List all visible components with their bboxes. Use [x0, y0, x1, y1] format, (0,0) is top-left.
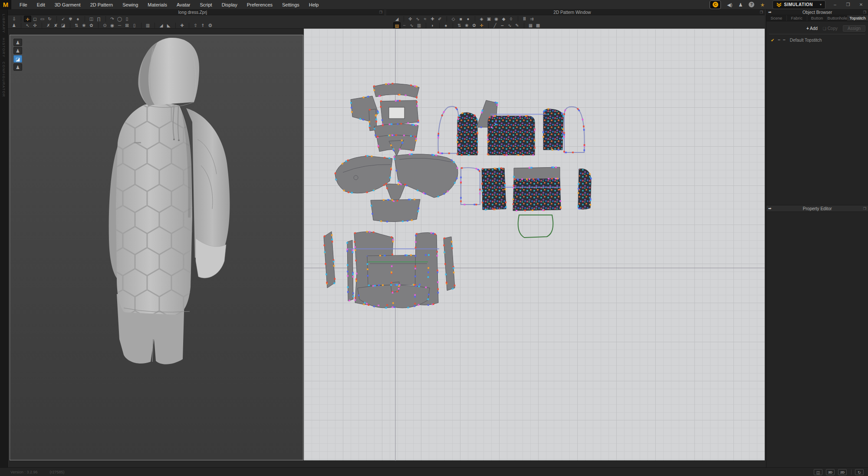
dock-tab[interactable]: HISTORY [2, 38, 6, 58]
edit-curve-point-icon[interactable]: ≈ [421, 16, 429, 22]
pattern-piece-p12[interactable] [543, 109, 563, 150]
add-point-icon[interactable]: ✚ [429, 16, 436, 22]
attach-to-garment-icon[interactable]: ♠ [442, 22, 450, 29]
collapse-arrow-icon[interactable]: ➡ [766, 206, 773, 212]
arrange-clothes-icon[interactable]: ◫ [88, 16, 95, 22]
segment-sewing-icon[interactable]: ▤ [393, 22, 401, 29]
account-icon[interactable]: ♟ [738, 0, 743, 10]
rotate-view-icon[interactable]: ↻ [46, 16, 53, 22]
measure-ruler-icon[interactable]: ▯ [123, 16, 131, 22]
menu-item[interactable]: Script [195, 0, 217, 10]
pattern-piece-p23[interactable] [518, 215, 553, 238]
pattern-piece-p18[interactable] [461, 168, 480, 205]
topstitch-list-item[interactable]: ✔ ╍ ╍ Default Topstitch [771, 36, 822, 43]
circle-icon[interactable]: ● [464, 16, 472, 22]
measure-tape-icon[interactable]: ✚ [178, 22, 186, 29]
mn-sewing-icon[interactable]: ∿ [408, 22, 415, 29]
view-2d-icon[interactable]: 2D [838, 469, 847, 475]
pleats-fold-icon[interactable]: ⇉ [528, 16, 536, 22]
zip-puller-icon[interactable]: ▯ [131, 22, 138, 29]
object-browser-tab[interactable]: Button [807, 15, 828, 21]
untack-icon[interactable]: ✘ [52, 22, 59, 29]
internal-circle-icon[interactable]: ◉ [493, 16, 500, 22]
pattern-label-patch[interactable] [389, 107, 404, 119]
menu-item[interactable]: Edit [32, 0, 50, 10]
close-button[interactable]: ✕ [858, 0, 865, 10]
arrange-pants-icon[interactable]: ∏ [95, 16, 102, 22]
pattern-piece-p21[interactable] [513, 178, 561, 211]
view-3d-icon[interactable]: 3D [826, 469, 835, 475]
menu-item[interactable]: Settings [277, 0, 304, 10]
show-avatar-icon[interactable]: ♟ [13, 39, 22, 46]
menu-item[interactable]: Preferences [242, 0, 277, 10]
select-box-icon[interactable]: ▭ [39, 16, 46, 22]
split-view-icon[interactable]: ◫ [814, 469, 822, 475]
pattern-piece-p11[interactable] [488, 116, 535, 155]
pattern-piece-p16[interactable] [385, 184, 405, 202]
show-garment-fit-icon[interactable]: ◪ [13, 55, 22, 63]
pattern-piece-p9[interactable] [457, 112, 477, 155]
object-browser-tab[interactable]: Scene [766, 15, 787, 21]
pleats-icon[interactable]: Ⅲ [521, 16, 528, 22]
lift-garment-cursor-icon[interactable]: ⇧ [192, 22, 199, 29]
select-rectangle-icon[interactable]: ◻ [31, 16, 39, 22]
internal-rectangle-icon[interactable]: ▣ [485, 16, 493, 22]
pattern-piece-p20[interactable] [514, 167, 560, 179]
pattern-piece-p17[interactable] [371, 199, 420, 222]
polygon-icon[interactable]: ◇ [450, 16, 457, 22]
simulation-button[interactable]: SIMULATION ▾ [773, 0, 826, 9]
base-dart-icon[interactable]: ◊ [507, 16, 515, 22]
trace-icon[interactable]: ✐ [436, 16, 444, 22]
curve-tool-icon[interactable]: ↷ [108, 16, 116, 22]
object-browser-tab[interactable]: Buttonhole [827, 15, 848, 21]
gizmo-orientation-icon[interactable]: ⇩ [10, 16, 18, 22]
pattern-piece-p13[interactable] [564, 107, 585, 152]
zipper-icon[interactable]: ⇅ [73, 22, 80, 29]
add-button[interactable]: + Add [806, 26, 818, 31]
pattern-piece-p8[interactable] [438, 106, 459, 153]
assign-button[interactable]: Assign [843, 25, 865, 32]
chevron-down-icon[interactable]: ▾ [820, 3, 822, 7]
dock-tab[interactable]: CONFIGURATOR [2, 62, 6, 97]
pattern-piece-p14[interactable] [335, 156, 392, 193]
edit-curvature-icon[interactable]: ∿ [414, 16, 421, 22]
steam-iron-icon[interactable]: ◗ [429, 22, 436, 29]
object-browser-titlebar[interactable]: ➡ Object Browser ❐ [766, 10, 868, 15]
pin-tack-icon[interactable]: ✣ [31, 22, 39, 29]
texture-transform-icon[interactable]: ▩ [534, 22, 542, 29]
buttoned-panel-icon[interactable]: ▥ [144, 22, 151, 29]
object-browser-tab[interactable]: Fabric [787, 15, 807, 21]
texture-edit-icon[interactable]: ▦ [527, 22, 534, 29]
sew-pin-icon[interactable]: ➴ [24, 22, 31, 29]
transform-pattern-icon[interactable]: ◢ [393, 16, 401, 22]
internal-polygon-icon[interactable]: ◈ [478, 16, 485, 22]
menu-item[interactable]: Display [217, 0, 242, 10]
edit-pattern-icon[interactable]: ✜ [407, 16, 414, 22]
collapse-arrow-icon[interactable]: ➡ [766, 10, 773, 15]
pattern-piece-p31[interactable] [391, 282, 399, 292]
show-sewing-icon[interactable]: ✛ [478, 22, 485, 29]
popout-icon[interactable]: ❐ [758, 10, 765, 15]
show-avatar-solid-icon[interactable]: ♟ [13, 63, 22, 71]
viewport-3d[interactable]: ♟♟◪♟ [10, 35, 303, 460]
pattern-piece-p22[interactable] [578, 169, 591, 209]
gather-cursor-icon[interactable]: ❀ [80, 22, 88, 29]
topstitch-angle-icon[interactable]: ✎ [513, 22, 521, 29]
speaker-icon[interactable]: ◀) [727, 0, 732, 10]
app-logo[interactable]: M [0, 0, 11, 10]
menu-item[interactable]: File [15, 0, 32, 10]
brush-select-icon[interactable]: ✾ [67, 16, 74, 22]
titlebar-2d-window[interactable]: 2D Pattern Window ❐ [386, 10, 765, 15]
dart-icon[interactable]: ◆ [500, 16, 507, 22]
free-sewing-icon[interactable]: ┄ [401, 22, 408, 29]
shirring-icon[interactable]: ✿ [470, 22, 478, 29]
popout-icon[interactable]: ❐ [378, 10, 384, 15]
copy-button[interactable]: ❏ Copy [823, 26, 838, 31]
sync-refresh-icon[interactable]: ↻ [855, 469, 864, 475]
help-icon[interactable]: ? [749, 2, 754, 7]
button-place-icon[interactable]: ⊙ [101, 22, 108, 29]
avatar-walk-icon[interactable]: ♟ [10, 22, 18, 29]
fold-arrangement-icon[interactable]: ◪ [59, 22, 67, 29]
gather-icon[interactable]: ✿ [88, 22, 95, 29]
topstitch-segment-icon[interactable]: ╱ [491, 22, 499, 29]
